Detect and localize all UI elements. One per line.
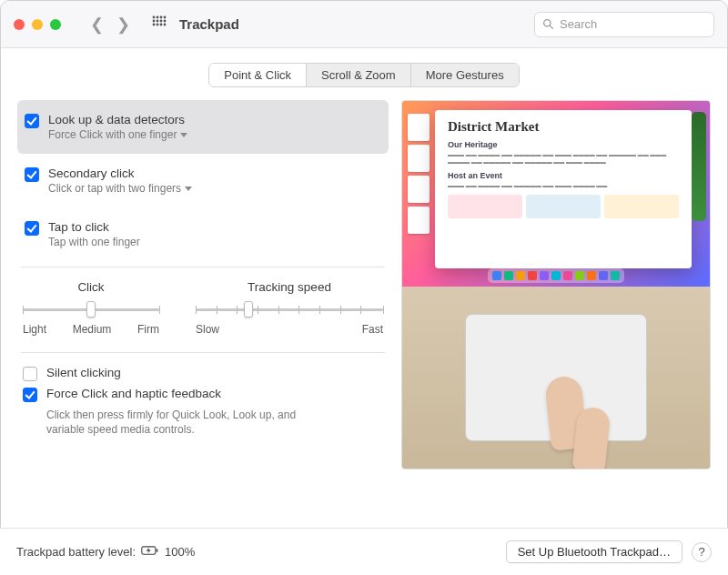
slider-label: Tracking speed [196, 280, 383, 294]
fullscreen-window-button[interactable] [50, 19, 61, 30]
main-content: Look up & data detectors Force Click wit… [1, 100, 727, 469]
svg-point-8 [153, 24, 156, 26]
slider-thumb[interactable] [86, 301, 96, 318]
option-title: Secondary click [48, 166, 192, 180]
checkbox-tap-to-click[interactable] [25, 221, 39, 236]
close-window-button[interactable] [14, 19, 25, 30]
divider [21, 267, 385, 267]
svg-point-2 [160, 16, 163, 19]
option-title: Tap to click [48, 220, 140, 234]
search-icon [542, 18, 554, 30]
gesture-preview: District Market Our Heritage ▬▬▬ ▬▬ ▬▬▬▬… [401, 100, 711, 469]
nav-arrows: ❮ ❯ [86, 13, 134, 36]
option-title: Look up & data detectors [48, 113, 187, 126]
slider-max: Firm [137, 323, 159, 336]
tabs-container: Point & Click Scroll & Zoom More Gesture… [1, 48, 727, 100]
chevron-down-icon [180, 133, 187, 137]
options-panel: Look up & data detectors Force Click wit… [17, 100, 389, 469]
bottom-options: Silent clicking Force Click and haptic f… [17, 366, 389, 437]
slider-max: Fast [362, 323, 383, 336]
svg-line-13 [550, 25, 552, 28]
search-field[interactable]: Search [534, 12, 714, 37]
help-button[interactable]: ? [692, 542, 712, 562]
svg-point-3 [164, 16, 167, 19]
checkbox-secondary-click[interactable] [25, 167, 39, 182]
divider [21, 352, 385, 353]
svg-point-6 [160, 20, 163, 23]
preview-document: District Market Our Heritage ▬▬▬ ▬▬ ▬▬▬▬… [435, 110, 692, 268]
option-title: Force Click and haptic feedback [46, 387, 221, 400]
chevron-down-icon [185, 187, 192, 191]
checkbox-silent-clicking[interactable] [23, 367, 37, 381]
checkbox-lookup[interactable] [25, 114, 39, 128]
tabs: Point & Click Scroll & Zoom More Gesture… [208, 63, 519, 87]
slider-thumb[interactable] [244, 301, 253, 318]
svg-point-11 [164, 24, 167, 26]
option-subtitle-dropdown[interactable]: Force Click with one finger [48, 128, 187, 141]
option-subtitle-dropdown[interactable]: Click or tap with two fingers [48, 182, 192, 195]
svg-rect-15 [157, 549, 158, 551]
slider-min: Slow [196, 323, 219, 336]
show-all-icon[interactable] [152, 15, 167, 33]
forward-button[interactable]: ❯ [113, 13, 134, 36]
setup-bluetooth-button[interactable]: Set Up Bluetooth Trackpad… [506, 540, 682, 563]
option-lookup[interactable]: Look up & data detectors Force Click wit… [17, 100, 389, 154]
search-placeholder: Search [560, 17, 597, 31]
sliders-row: Click Light Medium Firm Tracking speed [17, 280, 389, 336]
window-title: Trackpad [179, 16, 239, 32]
minimize-window-button[interactable] [32, 19, 43, 30]
svg-point-0 [153, 16, 156, 19]
option-force-click[interactable]: Force Click and haptic feedback [23, 387, 383, 402]
option-help-text: Click then press firmly for Quick Look, … [46, 408, 319, 437]
svg-point-10 [160, 24, 163, 26]
svg-point-4 [153, 20, 156, 23]
battery-label: Trackpad battery level: [16, 545, 136, 559]
checkbox-force-click[interactable] [23, 388, 37, 402]
preview-desktop: District Market Our Heritage ▬▬▬ ▬▬ ▬▬▬▬… [402, 101, 710, 287]
preview-trackpad [402, 287, 710, 469]
option-tap-to-click[interactable]: Tap to click Tap with one finger [17, 207, 389, 261]
tab-more-gestures[interactable]: More Gestures [411, 64, 519, 86]
tab-point-click[interactable]: Point & Click [209, 64, 307, 86]
battery-value: 100% [165, 545, 195, 559]
charging-icon [141, 545, 159, 559]
tab-scroll-zoom[interactable]: Scroll & Zoom [307, 64, 411, 86]
titlebar: ❮ ❯ Trackpad Search [1, 1, 727, 48]
footer: Trackpad battery level: 100% Set Up Blue… [0, 528, 728, 575]
slider-label: Click [23, 280, 159, 294]
window-controls [14, 19, 61, 30]
svg-point-5 [157, 20, 159, 23]
option-title: Silent clicking [46, 366, 121, 379]
svg-point-9 [157, 24, 159, 26]
option-silent-clicking[interactable]: Silent clicking [23, 366, 383, 381]
back-button[interactable]: ❮ [86, 13, 107, 36]
svg-point-7 [164, 20, 167, 23]
slider-min: Light [23, 323, 46, 336]
option-secondary-click[interactable]: Secondary click Click or tap with two fi… [17, 154, 389, 207]
click-slider: Click Light Medium Firm [23, 280, 159, 336]
click-slider-track[interactable] [23, 301, 159, 318]
tracking-slider: Tracking speed Slow Fast [196, 280, 383, 336]
svg-point-1 [157, 16, 159, 19]
option-subtitle: Tap with one finger [48, 236, 140, 248]
slider-mid: Medium [73, 323, 112, 336]
tracking-slider-track[interactable] [196, 301, 383, 318]
